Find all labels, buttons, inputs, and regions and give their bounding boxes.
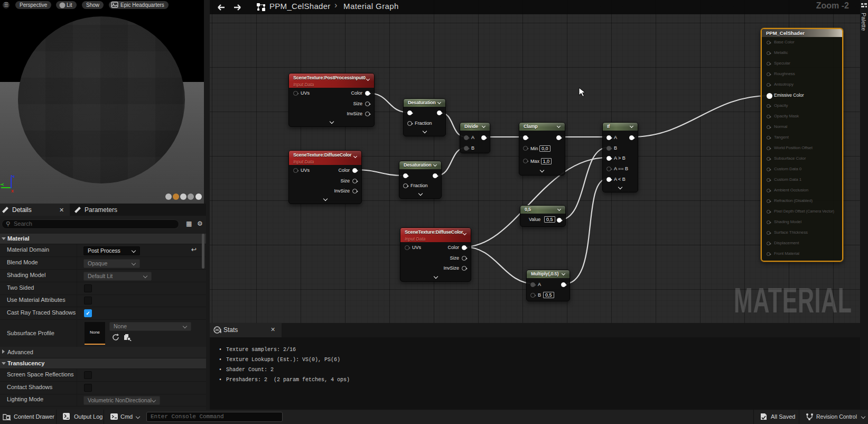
svg-text:x: x	[11, 188, 14, 193]
svg-text:Y: Y	[0, 183, 5, 186]
svg-text:✕: ✕	[59, 207, 64, 213]
svg-text:Parameters: Parameters	[85, 206, 117, 214]
svg-text:Z: Z	[10, 175, 15, 178]
svg-text:Details: Details	[12, 206, 32, 214]
